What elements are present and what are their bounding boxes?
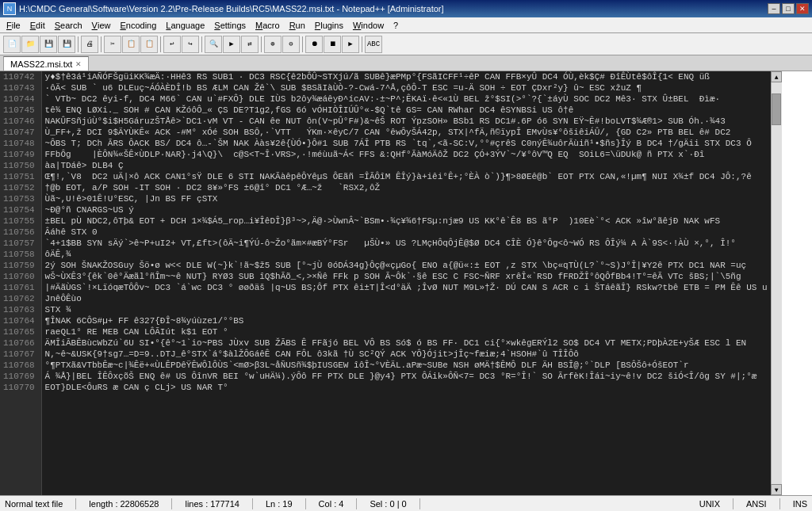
code-line: y♦$†ê3á¹iAÑÓFŠgüiKK¾æÄ:·HHê3 RS SUB1 · D… [45, 71, 768, 82]
menu-view[interactable]: View [87, 17, 116, 32]
menu-search[interactable]: Search [50, 17, 87, 32]
tb-print[interactable]: 🖨 [81, 36, 98, 53]
tb-syntax[interactable]: ABC [365, 36, 382, 53]
menu-plugins[interactable]: Plugins [310, 17, 348, 32]
line-number: 110762 [3, 293, 38, 304]
menu-settings[interactable]: Settings [209, 17, 251, 32]
window-title: H:\CMDC General\Software\Version 2.2\Pre… [19, 4, 444, 13]
status-div6 [419, 498, 420, 509]
scrollbar-thumb[interactable] [772, 93, 781, 125]
line-number: 110767 [3, 349, 38, 360]
tb-open[interactable]: 📁 [21, 36, 39, 53]
tab-mass22[interactable]: MASS22.msi.txt ✕ [3, 56, 89, 71]
status-unix: UNIX [699, 499, 720, 509]
scrollbar-up-arrow[interactable]: ▲ [771, 71, 782, 82]
tb-save[interactable]: 💾 [40, 36, 57, 53]
tb-sep2 [101, 36, 102, 52]
code-line: ~Ð@°ñ CNARGS~US ý [45, 204, 768, 215]
status-div4 [305, 498, 306, 509]
tb-find[interactable]: 🔍 [205, 36, 222, 53]
maximize-button[interactable]: □ [782, 3, 795, 14]
scrollbar-down-arrow[interactable]: ▼ [771, 484, 782, 495]
tb-zoom-out[interactable]: ⊖ [282, 36, 300, 53]
line-number: 110743 [3, 82, 38, 93]
status-length: length : 22806528 [89, 499, 159, 509]
tb-find-next[interactable]: ▶ [223, 36, 240, 53]
line-number: 110748 [3, 138, 38, 149]
code-line: `4+1$BB SYN sÄý`>ê~P+uI2+ VT,£ft>(ôÄ~i¶Ý… [45, 238, 768, 249]
code-line: NAKÛFSñjúÙ°$i$H5GáruzŠTÅê>`DC1·vM VT - C… [45, 116, 768, 127]
status-col: Col : 4 [319, 499, 344, 509]
code-line: JnêÔÊùo [45, 293, 768, 304]
menu-file[interactable]: File [2, 17, 25, 32]
app-icon: N [3, 2, 16, 15]
line-number: 110751 [3, 171, 38, 182]
code-line: N,~ê~&USK{9†sg7…=D=9..DTJ_ê°STX`á°$àlŽÔG… [45, 349, 768, 360]
code-line: wŠ~ÙXÊ3°{êk`0ê°Äæãl°ñÎm~~ê NUT} RYØ3 SUB… [45, 271, 768, 282]
menu-help[interactable]: ? [389, 17, 403, 32]
status-lines: lines : 177714 [185, 499, 239, 509]
status-ln: Ln : 19 [266, 499, 293, 509]
line-number: 110757 [3, 238, 38, 249]
code-line: Ù_FF+,ž DCI 9$ÄYÙKÊ« ACK -#M° xÓé SOH BS… [45, 127, 768, 138]
status-div2 [171, 498, 172, 509]
toolbar: 📄 📁 💾 💾 🖨 ✂ 📋 📋 ↩ ↪ 🔍 ▶ ⇄ ⊕ ⊖ ⏺ ⏹ ▶ ABC [0, 33, 812, 55]
line-number: 110758 [3, 249, 38, 260]
code-line: tê¾ ENQ LØXi._ SOH # CAN KŽóôÔ_« ÇS DE?T… [45, 105, 768, 116]
code-line: Á ¾Å}|BEL ÎÊÔxçõŠ ENQ ê# US ÔînVR BEI °w… [45, 371, 768, 382]
code-line: ~ÔBS T; DCh ÃRS ÔACK BS/ DC4 ô…-`ŠM NAK … [45, 138, 768, 149]
window-controls[interactable]: – □ ✕ [768, 3, 809, 14]
editor-inner: 1107421107431107441107451107461107471107… [0, 71, 771, 495]
line-numbers: 1107421107431107441107451107461107471107… [0, 71, 42, 495]
line-number: 110752 [3, 182, 38, 193]
tab-close-icon[interactable]: ✕ [75, 60, 82, 68]
code-line: ¶ÎNAK 6CÔS#µ+ FF ê327{ÐÎ~8¾yúùze1/°°BS [45, 315, 768, 326]
tb-paste[interactable]: 📋 [140, 36, 158, 53]
menu-encoding[interactable]: Encoding [115, 17, 161, 32]
code-line: ÄMÎiÃBÊBùcWbZú`6U SI•°{ê°~1`io~PBS JÙxv … [45, 337, 768, 349]
menu-run[interactable]: Run [285, 17, 310, 32]
tab-label: MASS22.msi.txt [10, 59, 72, 69]
tb-redo[interactable]: ↪ [182, 36, 199, 53]
code-area[interactable]: y♦$†ê3á¹iAÑÓFŠgüiKK¾æÄ:·HHê3 RS SUB1 · D… [42, 71, 771, 495]
tb-undo[interactable]: ↩ [163, 36, 181, 53]
status-div3 [252, 498, 253, 509]
code-line: |#ÄãÙGS`!×LïóqæTÔÔv~ DC3 `á`wc DC3 ° øøð… [45, 282, 768, 293]
code-line: EOT}DLE<ÔuRS æ CAN ç CLj> US NAR T° [45, 382, 768, 393]
status-ins: INS [793, 499, 807, 509]
status-sel: Sel : 0 | 0 [370, 499, 406, 509]
code-line: 2ý SOH ŠNAKŽOSGuy Šö•ø w<< DLE W(~}k`!ã~… [45, 260, 768, 271]
close-button[interactable]: ✕ [796, 3, 809, 14]
menu-window[interactable]: Window [348, 17, 389, 32]
tb-zoom-in[interactable]: ⊕ [264, 36, 282, 53]
tb-new[interactable]: 📄 [3, 36, 21, 53]
tb-macro-play[interactable]: ▶ [342, 36, 359, 53]
tb-macro-rec[interactable]: ⏺ [305, 36, 323, 53]
vertical-scrollbar[interactable]: ▲ ▼ [771, 71, 782, 495]
tb-sep7 [362, 36, 362, 52]
line-number: 110766 [3, 337, 38, 349]
tb-macro-stop[interactable]: ⏹ [324, 36, 341, 53]
status-div1 [75, 498, 76, 509]
tb-copy[interactable]: 📋 [122, 36, 140, 53]
code-line: ·ôÄ< SUB ` u6 DLEuç~ÁÓÀÈDÎ!b BS ÆLM CAN … [45, 82, 768, 93]
menu-macro[interactable]: Macro [251, 17, 285, 32]
code-line: °¶PTXã&VTbbÊæ~c|¾Êë+«ÙLÊPDêŸÊWÔlÔÙS`<mØ>… [45, 360, 768, 371]
tb-replace[interactable]: ⇄ [241, 36, 259, 53]
menu-language[interactable]: Language [161, 17, 209, 32]
status-div8 [779, 498, 780, 509]
code-line: Ùã~,U!ê>01Ê!U°ESC, |Jn BS FF çSTX [45, 193, 768, 204]
minimize-button[interactable]: – [768, 3, 780, 14]
status-div5 [356, 498, 357, 509]
line-number: 110769 [3, 371, 38, 382]
line-number: 110749 [3, 149, 38, 160]
menu-edit[interactable]: Edit [25, 17, 50, 32]
tb-sep6 [302, 36, 303, 52]
tb-save-all[interactable]: 💾 [58, 36, 75, 53]
code-line: raeQL1° RE MEB CAN LÔÃIút k$1 EOT ° [45, 326, 768, 337]
tb-cut[interactable]: ✂ [104, 36, 121, 53]
line-number: 110765 [3, 326, 38, 337]
line-number: 110768 [3, 360, 38, 371]
line-number: 110753 [3, 193, 38, 204]
tb-sep3 [160, 36, 161, 52]
